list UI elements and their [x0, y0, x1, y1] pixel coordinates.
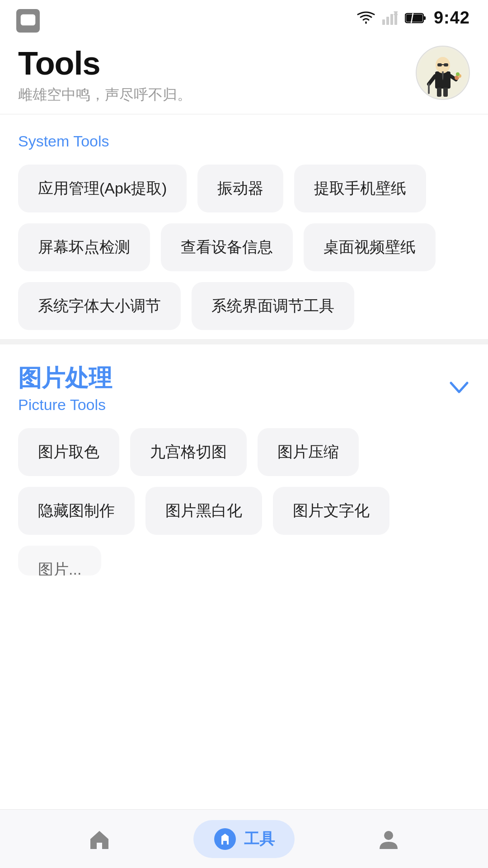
btn-compress[interactable]: 图片压缩: [258, 428, 359, 476]
svg-rect-17: [444, 63, 448, 66]
status-icons: 9:42: [357, 8, 470, 28]
battery-icon: [405, 12, 427, 24]
bottom-nav: 工具: [0, 809, 488, 868]
status-time: 9:42: [434, 8, 470, 28]
btn-wallpaper[interactable]: 提取手机壁纸: [294, 165, 426, 212]
btn-hiddenpic[interactable]: 隐藏图制作: [18, 487, 135, 535]
picture-tools-header: 图片处理 Picture Tools: [18, 363, 470, 414]
btn-vibrator[interactable]: 振动器: [197, 165, 283, 212]
svg-rect-27: [443, 88, 448, 97]
notification-icon: [16, 9, 40, 33]
header-left: Tools 雌雄空中鸣，声尽呼不归。: [18, 46, 416, 105]
picture-tools-titles: 图片处理 Picture Tools: [18, 363, 112, 414]
btn-uiadj[interactable]: 系统界面调节工具: [192, 282, 354, 330]
nav-item-home[interactable]: [27, 824, 172, 854]
svg-rect-16: [437, 63, 442, 66]
svg-point-25: [456, 72, 460, 76]
partial-buttons-row: 图片...: [18, 546, 470, 576]
status-bar: 9:42: [0, 0, 488, 32]
svg-rect-5: [390, 14, 393, 25]
picture-tools-en: Picture Tools: [18, 396, 112, 414]
btn-blackwhite[interactable]: 图片黑白化: [145, 487, 262, 535]
btn-partial1[interactable]: 图片...: [18, 546, 101, 576]
svg-rect-29: [223, 841, 227, 844]
btn-textify[interactable]: 图片文字化: [273, 487, 389, 535]
avatar: [416, 46, 470, 100]
svg-rect-3: [382, 19, 385, 25]
btn-deadpixel[interactable]: 屏幕坏点检测: [18, 223, 150, 271]
btn-colorpick[interactable]: 图片取色: [18, 428, 119, 476]
btn-ninegrid[interactable]: 九宫格切图: [130, 428, 247, 476]
picture-tools-zh: 图片处理: [18, 363, 112, 394]
svg-rect-0: [22, 16, 34, 25]
svg-rect-11: [406, 14, 422, 22]
header: Tools 雌雄空中鸣，声尽呼不归。: [0, 32, 488, 114]
btn-deviceinfo[interactable]: 查看设备信息: [161, 223, 293, 271]
svg-rect-4: [386, 17, 389, 25]
header-subtitle: 雌雄空中鸣，声尽呼不归。: [18, 85, 416, 105]
btn-videowallpaper[interactable]: 桌面视频壁纸: [304, 223, 436, 271]
svg-rect-26: [437, 88, 441, 97]
picture-tools-grid: 图片取色 九宫格切图 图片压缩 隐藏图制作 图片黑白化 图片文字化: [18, 428, 470, 535]
btn-apk[interactable]: 应用管理(Apk提取): [18, 165, 187, 212]
tools-icon: [213, 827, 237, 851]
page-title: Tools: [18, 46, 416, 81]
svg-rect-10: [423, 16, 426, 20]
system-tools-section: System Tools 应用管理(Apk提取) 振动器 提取手机壁纸 屏幕坏点…: [0, 114, 488, 344]
picture-tools-section: 图片处理 Picture Tools 图片取色 九宫格切图 图片压缩 隐藏图制作…: [0, 344, 488, 585]
profile-icon: [373, 824, 404, 854]
system-tools-grid: 应用管理(Apk提取) 振动器 提取手机壁纸 屏幕坏点检测 查看设备信息 桌面视…: [18, 165, 470, 330]
btn-fontsize[interactable]: 系统字体大小调节: [18, 282, 181, 330]
nav-item-profile[interactable]: [316, 824, 461, 854]
svg-point-30: [384, 831, 393, 840]
nav-tools-label: 工具: [244, 829, 275, 849]
wifi-icon: [357, 11, 375, 25]
system-tools-label: System Tools: [18, 132, 470, 150]
chevron-down-icon[interactable]: [448, 379, 470, 397]
home-icon: [84, 824, 115, 854]
signal-icon: [382, 11, 398, 25]
nav-item-tools[interactable]: 工具: [172, 820, 316, 858]
avatar-image: [418, 48, 468, 98]
